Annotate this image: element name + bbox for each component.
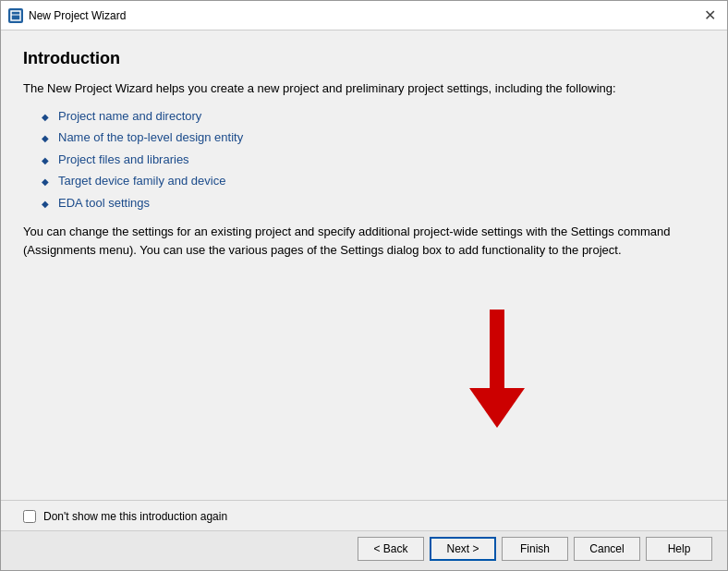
additional-text: You can change the settings for an exist… (23, 223, 705, 259)
bullet-list: ◆ Project name and directory ◆ Name of t… (42, 107, 705, 213)
bullet-diamond-4: ◆ (42, 175, 49, 188)
bullet-text-5: EDA tool settings (58, 194, 150, 213)
list-item: ◆ EDA tool settings (42, 194, 705, 213)
bullet-text-2: Name of the top-level design entity (58, 128, 243, 147)
bullet-text-4: Target device family and device (58, 172, 225, 190)
finish-button[interactable]: Finish (502, 537, 568, 561)
app-icon (8, 8, 23, 23)
svg-marker-3 (469, 388, 525, 428)
checkbox-row: Don't show me this introduction again (1, 501, 727, 530)
list-item: ◆ Name of the top-level design entity (42, 128, 705, 147)
list-item: ◆ Project files and libraries (42, 151, 705, 169)
bullet-text-1: Project name and directory (58, 107, 201, 126)
titlebar: New Project Wizard ✕ (1, 1, 727, 30)
help-button[interactable]: Help (646, 537, 712, 561)
cancel-button[interactable]: Cancel (574, 537, 640, 561)
back-button[interactable]: < Back (358, 537, 424, 561)
svg-rect-0 (11, 11, 20, 20)
list-item: ◆ Target device family and device (42, 172, 705, 190)
button-row: < Back Next > Finish Cancel Help (1, 530, 727, 570)
red-arrow-icon (469, 310, 525, 430)
wizard-window: New Project Wizard ✕ Introduction The Ne… (0, 0, 728, 571)
bullet-diamond-5: ◆ (42, 197, 49, 211)
arrow-area (23, 259, 705, 443)
next-button[interactable]: Next > (430, 537, 496, 561)
titlebar-left: New Project Wizard (8, 8, 126, 23)
dont-show-checkbox[interactable] (23, 510, 36, 523)
bullet-text-3: Project files and libraries (58, 151, 189, 169)
window-title: New Project Wizard (29, 9, 126, 22)
list-item: ◆ Project name and directory (42, 107, 705, 126)
intro-paragraph: The New Project Wizard helps you create … (23, 79, 705, 98)
section-title: Introduction (23, 49, 705, 68)
footer: Don't show me this introduction again < … (1, 500, 727, 570)
main-content: Introduction The New Project Wizard help… (1, 30, 727, 500)
bullet-diamond-2: ◆ (42, 131, 49, 145)
svg-rect-2 (490, 310, 504, 393)
bullet-diamond-3: ◆ (42, 153, 49, 167)
close-button[interactable]: ✕ (699, 6, 720, 26)
checkbox-label[interactable]: Don't show me this introduction again (43, 510, 227, 523)
bullet-diamond-1: ◆ (42, 110, 49, 124)
